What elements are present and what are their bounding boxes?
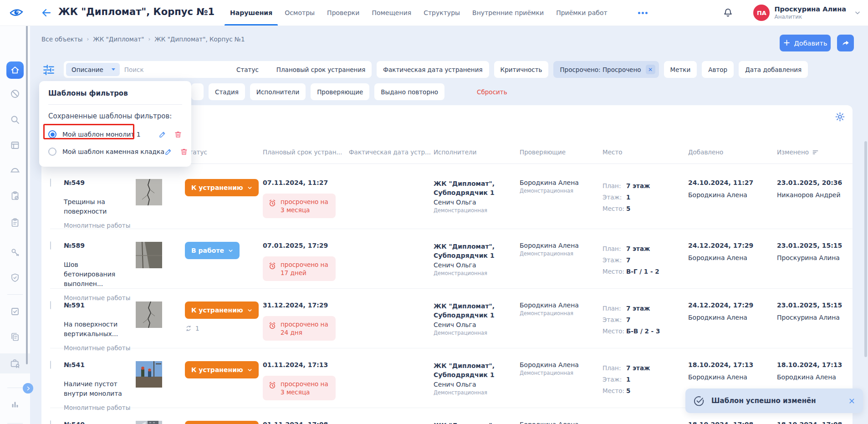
template-option-label[interactable]: Мой шаблон каменная кладка bbox=[62, 148, 164, 155]
status-button[interactable]: К устранению bbox=[185, 301, 259, 319]
place-floor: 7 bbox=[626, 256, 630, 264]
tab-structures[interactable]: Структуры bbox=[424, 0, 460, 26]
breadcrumb-all-objects[interactable]: Все объекты bbox=[41, 36, 82, 43]
radio-selected[interactable] bbox=[48, 130, 56, 138]
violation-photo[interactable] bbox=[136, 361, 185, 388]
filter-chip-added-date[interactable]: Дата добавления bbox=[739, 61, 808, 78]
violation-photo[interactable] bbox=[136, 242, 185, 268]
violation-photo[interactable] bbox=[136, 301, 185, 328]
sidebar-item-violations[interactable] bbox=[10, 88, 20, 99]
row-checkbox[interactable] bbox=[50, 179, 51, 187]
row-checkbox[interactable] bbox=[50, 301, 51, 309]
col-header-executors[interactable]: Исполнители bbox=[434, 147, 520, 158]
template-option-monolith[interactable]: Мой шаблон монолит 1 bbox=[48, 128, 182, 141]
filter-chip-author[interactable]: Автор bbox=[702, 61, 734, 78]
sidebar-item-search[interactable] bbox=[10, 114, 20, 125]
planned-date: 01.11.2024, 17:08 bbox=[263, 421, 349, 424]
table-row[interactable]: №591 На поверхности вертикальных... Моно… bbox=[50, 289, 853, 348]
filter-chip-status[interactable]: Статус bbox=[230, 61, 265, 78]
status-button[interactable]: К устранению bbox=[185, 361, 259, 378]
notifications-bell-icon[interactable] bbox=[723, 7, 733, 18]
status-button[interactable]: В работе bbox=[185, 242, 240, 259]
row-checkbox[interactable] bbox=[50, 241, 51, 250]
violation-photo[interactable] bbox=[136, 421, 185, 424]
filter-chip-reissued[interactable]: Выдано повторно bbox=[374, 83, 444, 100]
col-header-planned[interactable]: Плановый срок устран... bbox=[263, 147, 349, 158]
col-header-place[interactable]: Место bbox=[602, 147, 688, 158]
col-header-changed[interactable]: Изменено bbox=[777, 147, 853, 158]
ban-icon bbox=[10, 88, 20, 99]
search-field-selector[interactable]: Описание bbox=[66, 63, 120, 76]
remove-filter-x-icon[interactable]: ✕ bbox=[646, 65, 655, 74]
edit-template-pencil-icon[interactable] bbox=[164, 148, 173, 156]
delete-template-trash-icon[interactable] bbox=[180, 148, 188, 156]
sidebar-item-tasks[interactable] bbox=[10, 217, 20, 228]
breadcrumb-complex[interactable]: ЖК "Дипломат" bbox=[93, 36, 144, 43]
filter-chip-executors[interactable]: Исполнители bbox=[250, 83, 306, 100]
toast-close-x-icon[interactable] bbox=[848, 397, 856, 405]
row-checkbox[interactable] bbox=[50, 420, 51, 424]
row-checkbox[interactable] bbox=[50, 361, 51, 369]
add-button[interactable]: + Добавить bbox=[780, 35, 831, 51]
sidebar-item-panel[interactable] bbox=[10, 140, 20, 151]
share-button[interactable] bbox=[837, 35, 854, 51]
sidebar-item-documents[interactable] bbox=[10, 332, 20, 342]
sidebar-item-analytics[interactable] bbox=[10, 399, 20, 409]
executor-org: ЖК "Дипломат", bbox=[434, 421, 510, 424]
more-tabs-ellipsis-icon[interactable] bbox=[638, 12, 648, 14]
tab-violations[interactable]: Нарушения bbox=[230, 0, 272, 26]
table-row[interactable]: №589 Шов бетонирования выполнен... Монол… bbox=[50, 229, 853, 289]
col-header-status[interactable]: Статус bbox=[185, 147, 263, 158]
col-header-added[interactable]: Добавлено bbox=[688, 147, 777, 158]
filter-chip-planned-date[interactable]: Плановый срок устранения bbox=[270, 61, 372, 78]
sidebar-item-contractors[interactable] bbox=[10, 358, 21, 369]
sort-lines-icon[interactable] bbox=[812, 149, 819, 156]
reset-filters-link[interactable]: Сбросить bbox=[477, 88, 507, 96]
tab-inspections[interactable]: Осмотры bbox=[285, 0, 315, 26]
sidebar-scrollbar[interactable] bbox=[26, 26, 28, 364]
delete-template-trash-icon[interactable] bbox=[174, 130, 182, 138]
partially-hidden-chip[interactable] bbox=[191, 83, 204, 100]
user-avatar[interactable]: ПА bbox=[753, 5, 770, 21]
table-settings-gear-icon[interactable] bbox=[835, 112, 845, 122]
user-menu-chevron-down-icon[interactable] bbox=[854, 10, 861, 16]
violation-id: №540 bbox=[64, 421, 136, 424]
sidebar-item-home[interactable] bbox=[6, 61, 24, 79]
filter-chip-labels[interactable]: Метки bbox=[664, 61, 697, 78]
sidebar-item-access[interactable] bbox=[10, 247, 20, 258]
place-cell: План:7 этаж Этаж:1 Место:5 bbox=[602, 182, 688, 216]
breadcrumb-building[interactable]: ЖК "Дипломат", Корпус №1 bbox=[154, 36, 245, 43]
violation-photo[interactable] bbox=[136, 179, 185, 205]
filter-chip-actual-date[interactable]: Фактическая дата устранения bbox=[377, 61, 489, 78]
filter-chip-criticality[interactable]: Критичность bbox=[494, 61, 549, 78]
sidebar-item-security[interactable] bbox=[10, 272, 20, 283]
filter-chip-overdue-active[interactable]: Просрочено: Просрочено ✕ bbox=[553, 61, 659, 78]
status-button[interactable]: К устранению bbox=[185, 421, 259, 424]
tab-premises[interactable]: Помещения bbox=[372, 0, 411, 26]
col-header-reviewers[interactable]: Проверяющие bbox=[520, 147, 602, 158]
breadcrumb-separator: › bbox=[87, 36, 89, 42]
sidebar-expand-toggle[interactable] bbox=[23, 383, 33, 393]
status-button[interactable]: К устранению bbox=[185, 179, 259, 196]
tab-checks[interactable]: Проверки bbox=[327, 0, 359, 26]
filter-templates-button[interactable] bbox=[42, 63, 56, 77]
table-row[interactable]: №549 Трещины на поверхности Монолитные р… bbox=[50, 164, 853, 229]
filter-chip-reviewers[interactable]: Проверяющие bbox=[311, 83, 369, 100]
chevron-down-icon bbox=[228, 248, 233, 253]
add-button-label: Добавить bbox=[794, 40, 827, 47]
back-arrow-icon[interactable] bbox=[41, 7, 52, 18]
tab-work-acceptance[interactable]: Приёмки работ bbox=[556, 0, 608, 26]
violation-id: №591 bbox=[64, 301, 136, 309]
col-header-actual[interactable]: Фактическая дата устр... bbox=[349, 147, 434, 158]
radio-unselected[interactable] bbox=[48, 148, 56, 156]
sidebar-item-inspections[interactable] bbox=[10, 190, 20, 201]
template-option-label[interactable]: Мой шаблон монолит 1 bbox=[62, 131, 141, 138]
place-spot: Б-В / 2 - 3 bbox=[626, 327, 660, 335]
edit-template-pencil-icon[interactable] bbox=[158, 130, 167, 138]
filter-chip-stage[interactable]: Стадия bbox=[209, 83, 245, 100]
sidebar-item-construction[interactable] bbox=[10, 165, 21, 176]
template-option-masonry[interactable]: Мой шаблон каменная кладка bbox=[48, 145, 182, 158]
sidebar-item-approvals[interactable] bbox=[10, 306, 20, 317]
tab-internal-acceptance[interactable]: Внутренние приёмки bbox=[472, 0, 544, 26]
page-scrollbar[interactable] bbox=[864, 141, 867, 357]
